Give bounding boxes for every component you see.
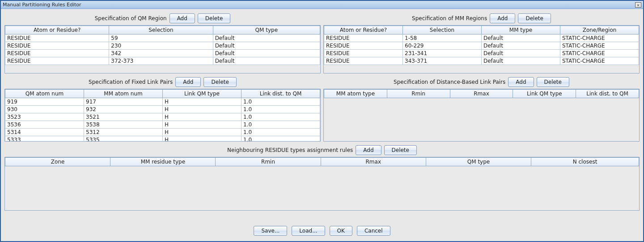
load-button[interactable]: Load... [292,226,325,236]
table-cell[interactable]: H [163,106,242,113]
column-header[interactable]: QM type [426,158,531,166]
column-header[interactable]: Rmax [321,158,426,166]
neighbour-delete-button[interactable]: Delete [384,145,417,155]
column-header[interactable]: Link QM type [513,90,576,98]
column-header[interactable]: QM type [213,26,320,35]
table-row[interactable]: 53145312H1.0 [5,129,320,136]
column-header[interactable]: QM atom num [5,90,84,98]
column-header[interactable]: MM type [482,26,560,35]
table-cell[interactable]: 231-341 [403,50,482,57]
column-header[interactable]: Atom or Residue? [5,26,109,35]
table-cell[interactable]: 5335 [84,136,163,142]
column-header[interactable]: Zone/Region [560,26,639,35]
table-cell[interactable]: 3538 [84,121,163,129]
table-cell[interactable]: 343-371 [403,57,482,65]
table-cell[interactable]: 5333 [5,136,84,142]
table-cell[interactable]: Default [213,42,320,50]
cancel-button[interactable]: Cancel [357,226,390,236]
dist-link-table[interactable]: MM atom typeRminRmaxLink QM typeLink dis… [324,89,639,98]
close-icon[interactable]: ⨉ [635,2,641,8]
table-row[interactable]: 35363538H1.0 [5,121,320,129]
mm-regions-delete-button[interactable]: Delete [518,13,551,23]
titlebar[interactable]: Manual Partitioning Rules Editor ⨉ [1,1,643,9]
table-row[interactable]: RESIDUE60-229DefaultSTATIC-CHARGE [324,42,639,50]
qm-region-delete-button[interactable]: Delete [198,13,230,23]
table-cell[interactable]: 3521 [84,113,163,121]
column-header[interactable]: Zone [5,158,110,166]
dist-link-delete-button[interactable]: Delete [537,77,569,87]
fixed-link-add-button[interactable]: Add [175,77,201,87]
column-header[interactable]: Link dist. to QM [576,90,639,98]
ok-button[interactable]: OK [330,226,352,236]
column-header[interactable]: Link dist. to QM [242,90,320,98]
table-cell[interactable]: H [163,129,242,136]
table-row[interactable]: 919917H1.0 [5,98,320,106]
table-cell[interactable]: Default [482,57,560,65]
table-cell[interactable]: RESIDUE [324,57,403,65]
fixed-link-table[interactable]: QM atom numMM atom numLink QM typeLink d… [5,89,320,141]
qm-region-table[interactable]: Atom or Residue?SelectionQM type RESIDUE… [5,26,320,65]
table-cell[interactable]: 59 [109,35,213,42]
table-row[interactable]: 53335335H1.0 [5,136,320,142]
table-cell[interactable]: STATIC-CHARGE [560,57,639,65]
table-cell[interactable]: 342 [109,50,213,57]
table-row[interactable]: RESIDUE230Default [5,42,320,50]
table-row[interactable]: RESIDUE231-341DefaultSTATIC-CHARGE [324,50,639,57]
table-row[interactable]: RESIDUE343-371DefaultSTATIC-CHARGE [324,57,639,65]
table-cell[interactable]: Default [213,57,320,65]
table-cell[interactable]: 1.0 [242,129,320,136]
table-cell[interactable]: 230 [109,42,213,50]
dist-link-add-button[interactable]: Add [508,77,534,87]
table-cell[interactable]: H [163,136,242,142]
table-cell[interactable]: RESIDUE [324,35,403,42]
table-cell[interactable]: Default [213,35,320,42]
table-cell[interactable]: Default [482,35,560,42]
table-cell[interactable]: 919 [5,98,84,106]
column-header[interactable]: Atom or Residue? [324,26,403,35]
table-cell[interactable]: 932 [84,106,163,113]
table-row[interactable]: RESIDUE372-373Default [5,57,320,65]
table-row[interactable]: RESIDUE59Default [5,35,320,42]
table-cell[interactable]: RESIDUE [5,35,109,42]
table-cell[interactable]: Default [482,50,560,57]
table-cell[interactable]: H [163,121,242,129]
table-cell[interactable]: RESIDUE [5,42,109,50]
table-cell[interactable]: RESIDUE [5,50,109,57]
table-cell[interactable]: STATIC-CHARGE [560,35,639,42]
column-header[interactable]: MM atom type [324,90,387,98]
table-cell[interactable]: 3536 [5,121,84,129]
save-button[interactable]: Save... [254,226,287,236]
table-row[interactable]: RESIDUE342Default [5,50,320,57]
table-row[interactable]: 930932H1.0 [5,106,320,113]
column-header[interactable]: Link QM type [163,90,242,98]
table-cell[interactable]: STATIC-CHARGE [560,42,639,50]
table-cell[interactable]: 1.0 [242,121,320,129]
column-header[interactable]: N closest [531,158,639,166]
table-cell[interactable]: 1.0 [242,136,320,142]
column-header[interactable]: Selection [403,26,482,35]
table-cell[interactable]: 60-229 [403,42,482,50]
table-cell[interactable]: 5314 [5,129,84,136]
column-header[interactable]: MM atom num [84,90,163,98]
table-cell[interactable]: RESIDUE [324,50,403,57]
table-cell[interactable]: 1.0 [242,106,320,113]
table-cell[interactable]: Default [213,50,320,57]
column-header[interactable]: Rmax [450,90,513,98]
table-cell[interactable]: 3523 [5,113,84,121]
table-cell[interactable]: 372-373 [109,57,213,65]
mm-regions-add-button[interactable]: Add [490,13,515,23]
table-cell[interactable]: 1.0 [242,113,320,121]
table-cell[interactable]: RESIDUE [324,42,403,50]
table-row[interactable]: RESIDUE1-58DefaultSTATIC-CHARGE [324,35,639,42]
qm-region-add-button[interactable]: Add [169,13,195,23]
table-cell[interactable]: 930 [5,106,84,113]
column-header[interactable]: Rmin [387,90,450,98]
table-cell[interactable]: H [163,98,242,106]
fixed-link-delete-button[interactable]: Delete [203,77,236,87]
table-row[interactable]: 35233521H1.0 [5,113,320,121]
column-header[interactable]: Selection [109,26,213,35]
table-cell[interactable]: STATIC-CHARGE [560,50,639,57]
table-cell[interactable]: 5312 [84,129,163,136]
table-cell[interactable]: 1.0 [242,98,320,106]
table-cell[interactable]: 917 [84,98,163,106]
